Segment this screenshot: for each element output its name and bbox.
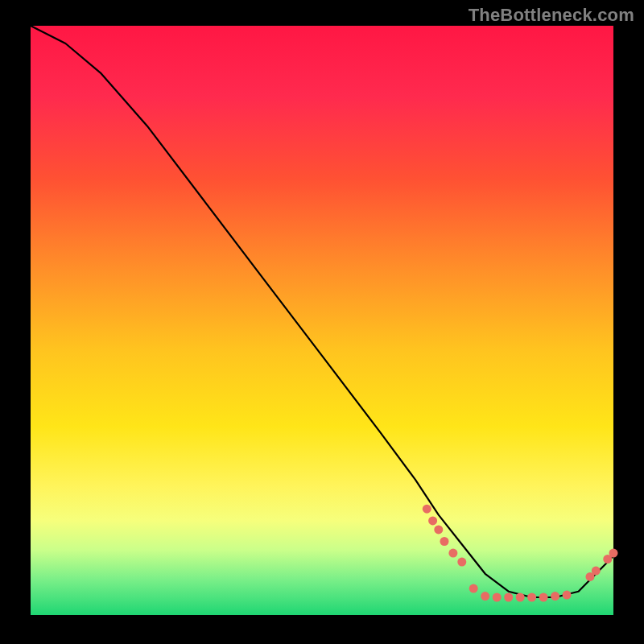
data-marker	[469, 584, 478, 593]
data-marker	[539, 593, 548, 602]
watermark-text: TheBottleneck.com	[469, 5, 634, 26]
data-marker	[423, 505, 431, 514]
data-marker	[493, 593, 502, 602]
marker-group	[423, 505, 618, 602]
data-marker	[504, 593, 513, 602]
data-marker	[428, 516, 437, 525]
data-marker	[457, 558, 466, 567]
plot-area	[31, 26, 613, 615]
data-marker	[592, 567, 601, 576]
data-marker	[440, 537, 449, 546]
data-marker	[434, 525, 443, 534]
data-marker	[551, 592, 559, 601]
bottleneck-curve	[31, 26, 613, 597]
data-marker	[448, 549, 457, 558]
data-marker	[527, 593, 536, 602]
chart-frame: TheBottleneck.com	[0, 0, 644, 644]
data-marker	[481, 592, 489, 601]
curve-layer	[31, 26, 613, 615]
data-marker	[563, 591, 572, 600]
data-marker	[516, 593, 525, 602]
data-marker	[609, 549, 618, 558]
